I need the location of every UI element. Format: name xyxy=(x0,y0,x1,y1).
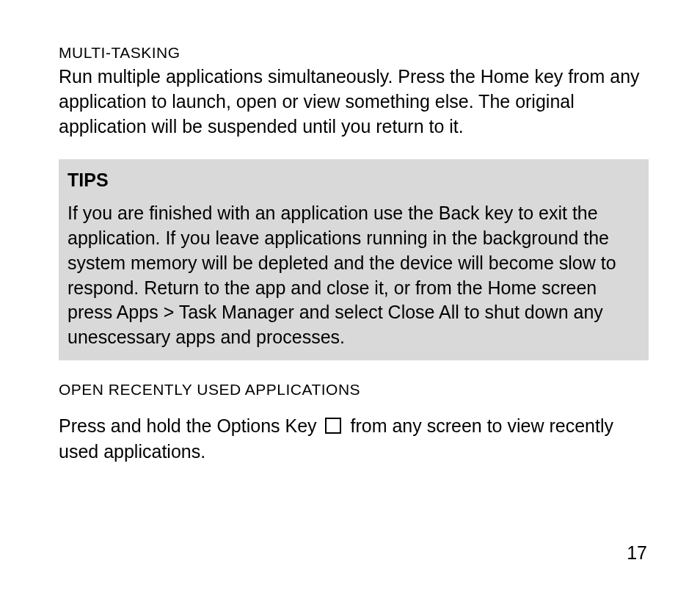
multi-tasking-section: MULTI-TASKING Run multiple applications … xyxy=(59,44,649,139)
recent-apps-heading: OPEN RECENTLY USED APPLICATIONS xyxy=(59,381,649,399)
options-key-icon xyxy=(325,418,341,434)
recent-apps-text-part1: Press and hold the Options Key xyxy=(59,415,322,436)
page-number: 17 xyxy=(627,542,647,564)
multi-tasking-heading: MULTI-TASKING xyxy=(59,44,649,62)
tips-body: If you are finished with an application … xyxy=(68,201,640,350)
tips-box: TIPS If you are finished with an applica… xyxy=(59,159,649,360)
tips-heading: TIPS xyxy=(68,170,640,191)
recent-apps-body: Press and hold the Options Key from any … xyxy=(59,413,649,465)
multi-tasking-body: Run multiple applications simultaneously… xyxy=(59,65,649,139)
recent-apps-section: OPEN RECENTLY USED APPLICATIONS Press an… xyxy=(59,381,649,465)
